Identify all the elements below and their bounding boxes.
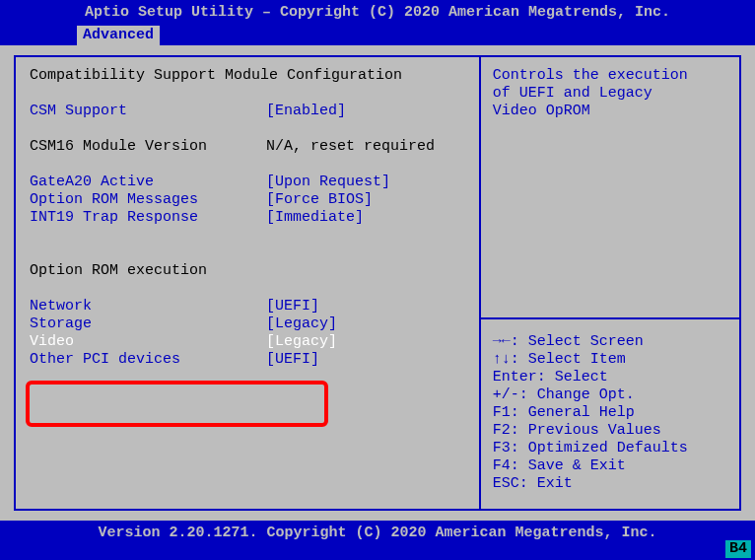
- key-change-opt: +/-: Change Opt.: [493, 386, 727, 404]
- key-f1: F1: General Help: [493, 404, 727, 422]
- key-enter: Enter: Select: [493, 369, 727, 386]
- settings-pane: Compatibility Support Module Configurati…: [16, 57, 479, 509]
- help-line-3: Video OpROM: [493, 103, 727, 120]
- optrom-msg-value: [Force BIOS]: [266, 191, 373, 209]
- highlight-box: [26, 381, 328, 427]
- storage-label: Storage: [30, 315, 266, 333]
- tab-bar: Advanced: [0, 24, 755, 45]
- optrom-msg-row[interactable]: Option ROM Messages [Force BIOS]: [30, 191, 465, 209]
- other-pci-row[interactable]: Other PCI devices [UEFI]: [30, 351, 465, 369]
- other-pci-value: [UEFI]: [266, 351, 319, 369]
- csm16-row: CSM16 Module Version N/A, reset required: [30, 138, 465, 156]
- network-row[interactable]: Network [UEFI]: [30, 298, 465, 315]
- video-value: [Legacy]: [266, 333, 337, 351]
- footer-corner-badge: B4: [725, 540, 751, 558]
- key-esc: ESC: Exit: [493, 475, 727, 493]
- gatea20-value: [Upon Request]: [266, 174, 390, 191]
- help-line-2: of UEFI and Legacy: [493, 85, 727, 103]
- csm-support-value: [Enabled]: [266, 103, 346, 120]
- gatea20-label: GateA20 Active: [30, 174, 266, 191]
- help-pane: Controls the execution of UEFI and Legac…: [479, 57, 739, 509]
- csm16-label: CSM16 Module Version: [30, 138, 266, 156]
- key-f3: F3: Optimized Defaults: [493, 440, 727, 457]
- optrom-msg-label: Option ROM Messages: [30, 191, 266, 209]
- gatea20-row[interactable]: GateA20 Active [Upon Request]: [30, 174, 465, 191]
- other-pci-label: Other PCI devices: [30, 351, 266, 369]
- video-label: Video: [30, 333, 266, 351]
- footer-version: Version 2.20.1271. Copyright (C) 2020 Am…: [98, 525, 656, 541]
- help-line-1: Controls the execution: [493, 67, 727, 85]
- int19-value: [Immediate]: [266, 209, 364, 227]
- network-label: Network: [30, 298, 266, 315]
- title-bar: Aptio Setup Utility – Copyright (C) 2020…: [0, 0, 755, 24]
- network-value: [UEFI]: [266, 298, 319, 315]
- csm-support-label: CSM Support: [30, 103, 266, 120]
- video-row[interactable]: Video [Legacy]: [30, 333, 465, 351]
- tab-advanced[interactable]: Advanced: [77, 26, 160, 45]
- int19-label: INT19 Trap Response: [30, 209, 266, 227]
- key-select-screen: →←: Select Screen: [493, 333, 727, 351]
- storage-row[interactable]: Storage [Legacy]: [30, 315, 465, 333]
- key-f2: F2: Previous Values: [493, 422, 727, 440]
- key-select-item: ↑↓: Select Item: [493, 351, 727, 369]
- section-title: Compatibility Support Module Configurati…: [30, 67, 402, 85]
- optrom-exec-title: Option ROM execution: [30, 262, 207, 280]
- footer-bar: Version 2.20.1271. Copyright (C) 2020 Am…: [0, 521, 755, 560]
- key-f4: F4: Save & Exit: [493, 457, 727, 475]
- csm16-value: N/A, reset required: [266, 138, 435, 156]
- storage-value: [Legacy]: [266, 315, 337, 333]
- int19-row[interactable]: INT19 Trap Response [Immediate]: [30, 209, 465, 227]
- csm-support-row[interactable]: CSM Support [Enabled]: [30, 103, 465, 120]
- title-text: Aptio Setup Utility – Copyright (C) 2020…: [85, 4, 670, 21]
- main-frame: Compatibility Support Module Configurati…: [14, 55, 741, 511]
